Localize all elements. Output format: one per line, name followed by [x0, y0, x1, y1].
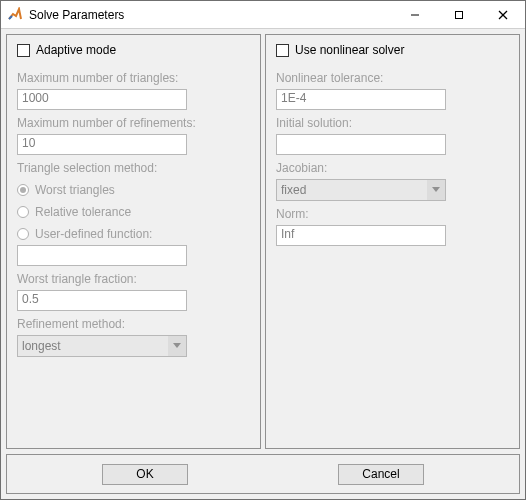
chevron-down-icon	[168, 336, 186, 356]
tolerance-input[interactable]: 1E-4	[276, 89, 446, 110]
jacobian-label: Jacobian:	[276, 161, 509, 175]
cancel-button[interactable]: Cancel	[338, 464, 424, 485]
refinement-method-label: Refinement method:	[17, 317, 250, 331]
max-triangles-input[interactable]: 1000	[17, 89, 187, 110]
checkbox-icon	[276, 44, 289, 57]
window-buttons	[393, 1, 525, 28]
radio-worst-triangles[interactable]: Worst triangles	[17, 183, 250, 197]
close-button[interactable]	[481, 1, 525, 28]
radio-user-defined-function[interactable]: User-defined function:	[17, 227, 250, 241]
nonlinear-panel: Use nonlinear solver Nonlinear tolerance…	[265, 34, 520, 449]
refinement-method-value: longest	[18, 336, 168, 356]
tolerance-label: Nonlinear tolerance:	[276, 71, 509, 85]
radio-icon	[17, 184, 29, 196]
udf-input[interactable]	[17, 245, 187, 266]
chevron-down-icon	[427, 180, 445, 200]
radio-relative-tolerance[interactable]: Relative tolerance	[17, 205, 250, 219]
adaptive-panel: Adaptive mode Maximum number of triangle…	[6, 34, 261, 449]
initial-solution-label: Initial solution:	[276, 116, 509, 130]
ok-button[interactable]: OK	[102, 464, 188, 485]
solve-parameters-window: Solve Parameters Adaptive mode Maximum n…	[0, 0, 526, 500]
worst-fraction-input[interactable]: 0.5	[17, 290, 187, 311]
matlab-icon	[7, 7, 23, 23]
jacobian-value: fixed	[277, 180, 427, 200]
content-area: Adaptive mode Maximum number of triangle…	[1, 29, 525, 454]
nonlinear-solver-checkbox[interactable]: Use nonlinear solver	[276, 43, 509, 57]
jacobian-select[interactable]: fixed	[276, 179, 446, 201]
adaptive-mode-checkbox[interactable]: Adaptive mode	[17, 43, 250, 57]
norm-label: Norm:	[276, 207, 509, 221]
minimize-button[interactable]	[393, 1, 437, 28]
worst-fraction-label: Worst triangle fraction:	[17, 272, 250, 286]
nonlinear-solver-label: Use nonlinear solver	[295, 43, 404, 57]
max-refinements-label: Maximum number of refinements:	[17, 116, 250, 130]
radio-worst-label: Worst triangles	[35, 183, 115, 197]
refinement-method-select[interactable]: longest	[17, 335, 187, 357]
checkbox-icon	[17, 44, 30, 57]
norm-input[interactable]: Inf	[276, 225, 446, 246]
selection-method-label: Triangle selection method:	[17, 161, 250, 175]
initial-solution-input[interactable]	[276, 134, 446, 155]
maximize-button[interactable]	[437, 1, 481, 28]
titlebar: Solve Parameters	[1, 1, 525, 29]
button-row: OK Cancel	[6, 454, 520, 494]
max-triangles-label: Maximum number of triangles:	[17, 71, 250, 85]
window-title: Solve Parameters	[29, 8, 393, 22]
adaptive-mode-label: Adaptive mode	[36, 43, 116, 57]
max-refinements-input[interactable]: 10	[17, 134, 187, 155]
svg-rect-2	[456, 11, 463, 18]
radio-icon	[17, 228, 29, 240]
radio-reltol-label: Relative tolerance	[35, 205, 131, 219]
radio-udf-label: User-defined function:	[35, 227, 152, 241]
radio-icon	[17, 206, 29, 218]
